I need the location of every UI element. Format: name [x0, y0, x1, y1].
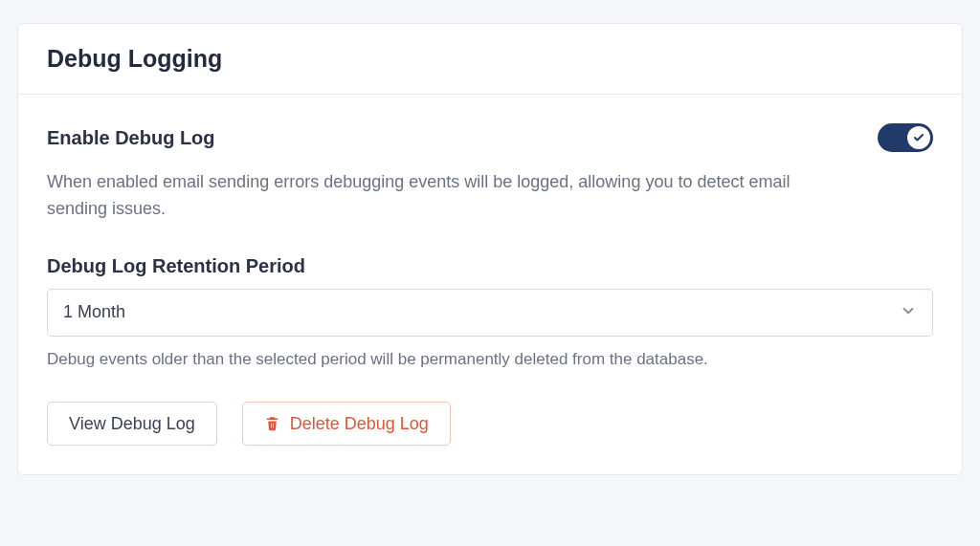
retention-hint: Debug events older than the selected per…	[47, 350, 933, 369]
trash-icon	[264, 415, 280, 431]
enable-row: Enable Debug Log	[47, 123, 933, 152]
debug-logging-card: Debug Logging Enable Debug Log When enab…	[17, 23, 963, 475]
enable-label: Enable Debug Log	[47, 127, 215, 149]
button-row: View Debug Log Delete Debug Log	[47, 402, 933, 446]
enable-debug-toggle[interactable]	[878, 123, 933, 152]
card-body: Enable Debug Log When enabled email send…	[18, 95, 962, 474]
view-debug-log-button[interactable]: View Debug Log	[47, 402, 217, 446]
check-icon	[913, 132, 924, 143]
retention-field: Debug Log Retention Period 1 Month Debug…	[47, 255, 933, 369]
view-button-label: View Debug Log	[69, 415, 195, 432]
delete-debug-log-button[interactable]: Delete Debug Log	[242, 402, 451, 446]
delete-button-label: Delete Debug Log	[290, 415, 429, 432]
retention-select[interactable]: 1 Month	[47, 289, 933, 337]
card-header: Debug Logging	[18, 24, 962, 95]
enable-description: When enabled email sending errors debugg…	[47, 169, 832, 223]
retention-label: Debug Log Retention Period	[47, 255, 933, 277]
retention-selected-value: 1 Month	[63, 302, 125, 322]
card-title: Debug Logging	[47, 45, 933, 73]
chevron-down-icon	[900, 302, 917, 323]
toggle-knob	[907, 126, 930, 149]
